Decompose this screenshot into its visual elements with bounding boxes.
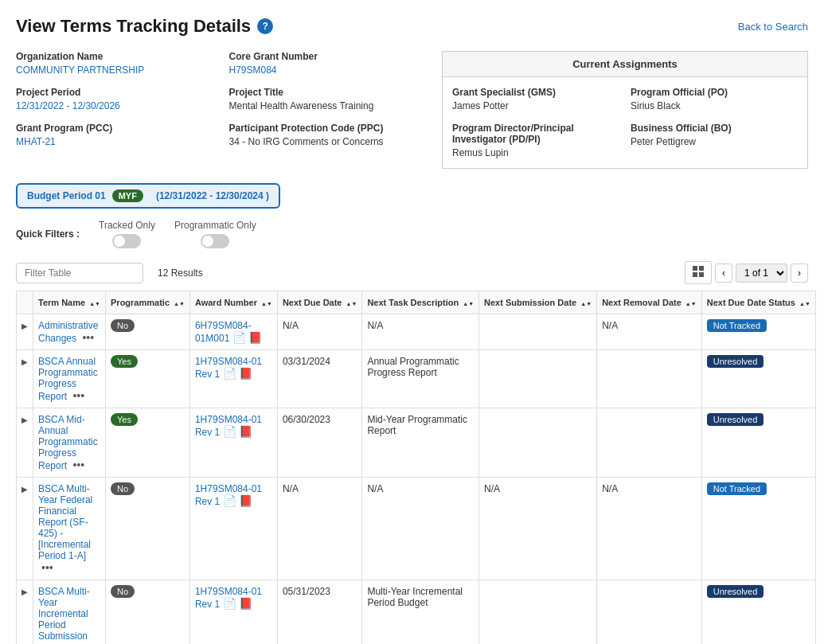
- next-due-date-status-col-header[interactable]: Next Due Date Status ▲▼: [701, 291, 815, 314]
- status-badge: Unresolved: [707, 413, 764, 426]
- award-number-cell: 1H79SM084-01 Rev 1 📄 📕: [189, 478, 277, 580]
- table-row: ▶ BSCA Multi-Year Incremental Period Sub…: [17, 580, 816, 645]
- next-due-date-col-header[interactable]: Next Due Date ▲▼: [277, 291, 362, 314]
- programmatic-cell: No: [106, 314, 190, 350]
- participant-value: 34 - No IRG Comments or Concerns: [229, 136, 384, 147]
- expand-cell[interactable]: ▶: [17, 408, 33, 478]
- core-grant-field: Core Grant Number H79SM084: [229, 51, 427, 76]
- programmatic-col-header[interactable]: Programmatic ▲▼: [106, 291, 190, 314]
- next-submission-sort[interactable]: ▲▼: [580, 301, 592, 306]
- next-due-date-sort[interactable]: ▲▼: [346, 301, 357, 306]
- quick-filters: Quick Filters : Tracked Only Programmati…: [16, 220, 808, 248]
- next-due-date-cell: N/A: [277, 314, 362, 350]
- prev-page-button[interactable]: ‹: [715, 263, 732, 283]
- expand-icon[interactable]: ▶: [21, 587, 28, 596]
- file-icon-red[interactable]: 📕: [239, 597, 252, 610]
- status-badge: Not Tracked: [707, 482, 767, 495]
- file-icon-blue[interactable]: 📄: [232, 331, 246, 344]
- expand-cell[interactable]: ▶: [17, 350, 33, 408]
- next-submission-date-col-header[interactable]: Next Submission Date ▲▼: [479, 291, 597, 314]
- filter-input[interactable]: [16, 263, 143, 283]
- term-name-link[interactable]: BSCA Mid-Annual Programmatic Progress Re…: [38, 414, 98, 471]
- term-actions-dots[interactable]: •••: [72, 459, 84, 471]
- file-icon-blue[interactable]: 📄: [223, 597, 236, 610]
- table-body: ▶ Administrative Changes ••• No 6H79SM08…: [17, 314, 816, 645]
- budget-section: Budget Period 01 MYF (12/31/2022 - 12/30…: [16, 183, 808, 209]
- next-removal-sort[interactable]: ▲▼: [685, 301, 697, 306]
- tracked-only-toggle[interactable]: [112, 234, 141, 248]
- next-task-desc-cell: Annual Programmatic Progress Report: [362, 350, 479, 408]
- file-icon-blue[interactable]: 📄: [223, 494, 236, 507]
- next-removal-date-col-header[interactable]: Next Removal Date ▲▼: [597, 291, 702, 314]
- expand-icon[interactable]: ▶: [21, 357, 28, 366]
- file-icon-red[interactable]: 📕: [248, 331, 262, 344]
- svg-rect-3: [699, 272, 704, 277]
- toggle-knob: [114, 236, 125, 247]
- budget-period-text: Budget Period 01: [27, 190, 106, 201]
- expand-cell[interactable]: ▶: [17, 314, 33, 350]
- award-number-cell: 1H79SM084-01 Rev 1 📄 📕: [189, 350, 277, 408]
- back-to-search-link[interactable]: Back to Search: [738, 21, 808, 33]
- assignments-body: Grant Specialist (GMS) James Potter Prog…: [443, 77, 807, 168]
- next-task-desc-col-header[interactable]: Next Task Description ▲▼: [362, 291, 479, 314]
- term-actions-dots[interactable]: •••: [41, 561, 53, 574]
- next-removal-date-cell: N/A: [597, 314, 702, 350]
- page-select[interactable]: 1 of 1: [736, 263, 787, 283]
- assignments-panel: Current Assignments Grant Specialist (GM…: [442, 51, 808, 169]
- file-icon-red[interactable]: 📕: [239, 367, 252, 380]
- project-title-label: Project Title: [229, 87, 427, 98]
- expand-icon[interactable]: ▶: [21, 485, 28, 494]
- term-name-link[interactable]: BSCA Annual Programmatic Progress Report: [38, 356, 98, 402]
- pagination: ‹ 1 of 1 ›: [685, 261, 808, 284]
- table-row: ▶ Administrative Changes ••• No 6H79SM08…: [17, 314, 816, 350]
- next-task-desc-cell: Multi-Year Incremental Period Budget: [362, 580, 479, 645]
- toggle-knob-2: [202, 236, 213, 247]
- award-number-sort[interactable]: ▲▼: [261, 301, 272, 306]
- help-icon[interactable]: ?: [257, 18, 273, 34]
- core-grant-value: H79SM084: [229, 64, 277, 76]
- status-cell: Unresolved: [701, 408, 815, 478]
- programmatic-only-label: Programmatic Only: [174, 220, 256, 231]
- tracked-only-filter: Tracked Only: [99, 220, 155, 248]
- award-number-col-header[interactable]: Award Number ▲▼: [189, 291, 277, 314]
- term-name-cell: BSCA Multi-Year Federal Financial Report…: [33, 478, 106, 580]
- status-cell: Not Tracked: [701, 314, 815, 350]
- status-sort[interactable]: ▲▼: [799, 301, 810, 306]
- grant-program-field: Grant Program (PCC) MHAT-21: [16, 123, 213, 147]
- expand-cell[interactable]: ▶: [17, 580, 33, 645]
- business-official-label: Business Official (BO): [631, 123, 798, 134]
- grant-specialist-field: Grant Specialist (GMS) James Potter: [452, 87, 619, 111]
- term-name-link[interactable]: BSCA Multi-Year Incremental Period Submi…: [38, 586, 90, 642]
- participant-label: Participant Protection Code (PPC): [229, 123, 427, 134]
- term-name-cell: BSCA Mid-Annual Programmatic Progress Re…: [33, 408, 106, 478]
- term-actions-dots[interactable]: •••: [72, 389, 84, 402]
- status-cell: Unresolved: [701, 350, 815, 408]
- next-task-sort[interactable]: ▲▼: [463, 301, 474, 306]
- programmatic-only-filter: Programmatic Only: [174, 220, 256, 248]
- term-name-link[interactable]: BSCA Multi-Year Federal Financial Report…: [38, 483, 92, 561]
- file-icons: 📄 📕: [223, 597, 252, 610]
- next-due-date-cell: N/A: [277, 478, 362, 580]
- file-icon-red[interactable]: 📕: [239, 425, 252, 438]
- next-page-button[interactable]: ›: [791, 263, 808, 283]
- programmatic-sort[interactable]: ▲▼: [174, 301, 185, 306]
- term-name-col-header[interactable]: Term Name ▲▼: [33, 291, 106, 314]
- table-row: ▶ BSCA Mid-Annual Programmatic Progress …: [17, 408, 816, 478]
- next-submission-date-cell: [479, 408, 597, 478]
- term-name-sort[interactable]: ▲▼: [89, 301, 100, 306]
- next-removal-date-cell: [597, 350, 702, 408]
- programmatic-only-toggle[interactable]: [201, 234, 229, 248]
- budget-badge[interactable]: Budget Period 01 MYF (12/31/2022 - 12/30…: [16, 183, 280, 209]
- term-actions-dots[interactable]: •••: [82, 331, 94, 344]
- expand-icon[interactable]: ▶: [21, 322, 28, 330]
- file-icon-blue[interactable]: 📄: [223, 367, 236, 380]
- file-icons: 📄 📕: [223, 494, 252, 507]
- file-icon-blue[interactable]: 📄: [223, 425, 236, 438]
- grid-view-icon[interactable]: [685, 261, 712, 284]
- expand-cell[interactable]: ▶: [17, 478, 33, 580]
- programmatic-cell: Yes: [106, 350, 190, 408]
- expand-icon[interactable]: ▶: [21, 416, 28, 424]
- next-removal-date-cell: N/A: [597, 478, 702, 580]
- file-icon-red[interactable]: 📕: [239, 494, 252, 507]
- left-info: Organization Name COMMUNITY PARTNERSHIP …: [16, 51, 426, 169]
